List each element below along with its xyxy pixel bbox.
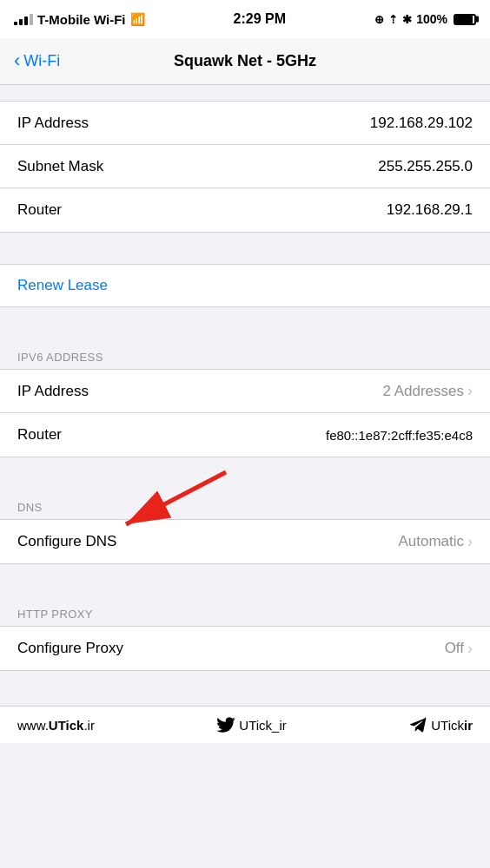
spacer-4 (0, 564, 490, 595)
chevron-right-icon: › (467, 640, 473, 658)
subnet-mask-value: 255.255.255.0 (378, 158, 473, 175)
back-button[interactable]: ‹ Wi-Fi (14, 52, 60, 70)
telegram-icon (408, 717, 427, 733)
renew-lease-button[interactable]: Renew Lease (17, 277, 108, 294)
battery-icon (454, 14, 476, 25)
ipv6-section-header: IPV6 ADDRESS (0, 339, 490, 369)
page-title: Squawk Net - 5GHz (174, 52, 316, 70)
configure-dns-value: Automatic › (398, 533, 473, 551)
router-value: 192.168.29.1 (387, 201, 473, 219)
configure-dns-row[interactable]: Configure DNS Automatic › (0, 520, 490, 563)
footer-twitter: UTick_ir (216, 717, 286, 733)
configure-dns-label: Configure DNS (17, 533, 116, 550)
router-label: Router (17, 201, 62, 219)
footer-website: www.UTick.ir (17, 718, 95, 733)
bluetooth-icon: ✱ (402, 13, 412, 26)
dhcp-rows-card: IP Address 192.168.29.102 Subnet Mask 25… (0, 101, 490, 233)
dns-section-header: DNS (0, 489, 490, 519)
status-bar: T-Mobile Wi-Fi 📶 2:29 PM ⊕ ⇡ ✱ 100% (0, 0, 490, 38)
table-row: Subnet Mask 255.255.255.0 (0, 145, 490, 188)
ipv6-router-label: Router (17, 426, 62, 444)
spacer-2 (0, 307, 490, 339)
ipv6-rows-card: IP Address 2 Addresses › Router fe80::1e… (0, 369, 490, 457)
status-right: ⊕ ⇡ ✱ 100% (374, 12, 476, 26)
table-row: Router 192.168.29.1 (0, 188, 490, 232)
signal-icon (14, 14, 33, 25)
proxy-rows-card: Configure Proxy Off › (0, 626, 490, 671)
ip-address-value: 192.168.29.102 (370, 115, 473, 132)
battery-percent: 100% (416, 12, 447, 26)
footer-telegram: UTickir (408, 717, 473, 733)
status-left: T-Mobile Wi-Fi 📶 (14, 12, 145, 27)
chevron-right-icon: › (467, 533, 473, 551)
wifi-icon: 📶 (130, 12, 145, 26)
ip-address-label: IP Address (17, 115, 89, 132)
back-chevron-icon: ‹ (14, 51, 20, 70)
telegram-handle: UTickir (431, 718, 473, 733)
ipv6-address-label: IP Address (17, 383, 89, 400)
back-label: Wi-Fi (23, 52, 60, 70)
top-spacer (0, 85, 490, 101)
spacer-1 (0, 233, 490, 264)
renew-lease-row[interactable]: Renew Lease (0, 264, 490, 307)
twitter-handle: UTick_ir (239, 718, 286, 733)
ipv6-address-value[interactable]: 2 Addresses › (382, 382, 473, 400)
airdrop-icon: ⇡ (388, 13, 398, 26)
location-icon: ⊕ (374, 13, 384, 26)
configure-proxy-label: Configure Proxy (17, 640, 123, 657)
subnet-mask-label: Subnet Mask (17, 158, 103, 175)
spacer-5 (0, 671, 490, 706)
status-time: 2:29 PM (234, 11, 286, 27)
table-row: IP Address 192.168.29.102 (0, 102, 490, 145)
chevron-right-icon: › (467, 382, 473, 400)
carrier-label: T-Mobile Wi-Fi (37, 12, 126, 27)
nav-bar: ‹ Wi-Fi Squawk Net - 5GHz (0, 38, 490, 85)
table-row: IP Address 2 Addresses › (0, 370, 490, 413)
configure-proxy-value: Off › (445, 640, 473, 658)
configure-proxy-row[interactable]: Configure Proxy Off › (0, 627, 490, 670)
proxy-section-header: HTTP PROXY (0, 595, 490, 626)
table-row: Router fe80::1e87:2cff:fe35:e4c8 (0, 413, 490, 457)
ipv6-router-value: fe80::1e87:2cff:fe35:e4c8 (326, 428, 473, 443)
footer-bar: www.UTick.ir UTick_ir UTickir (0, 706, 490, 743)
spacer-3 (0, 457, 490, 489)
dns-rows-card: Configure DNS Automatic › (0, 519, 490, 564)
twitter-icon (216, 717, 235, 733)
